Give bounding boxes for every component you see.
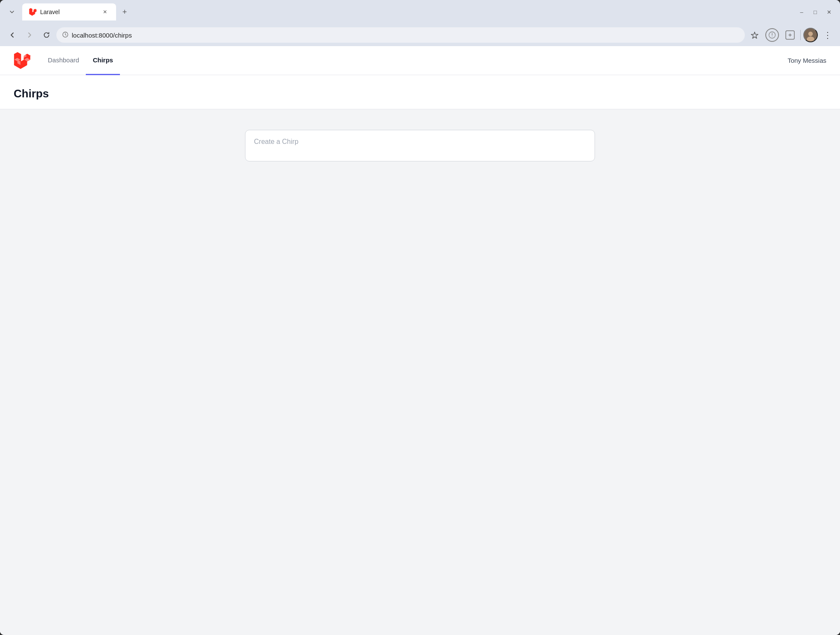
bookmark-button[interactable] bbox=[747, 28, 762, 42]
profile-avatar-button[interactable] bbox=[803, 28, 818, 42]
address-bar[interactable]: localhost:8000/chirps bbox=[56, 27, 745, 43]
user-menu[interactable]: Tony Messias bbox=[788, 57, 826, 64]
svg-point-6 bbox=[807, 37, 814, 42]
page-header: Chirps bbox=[0, 75, 840, 109]
window-controls-left bbox=[5, 5, 19, 19]
maximize-button[interactable]: □ bbox=[809, 6, 821, 18]
page-content: Dashboard Chirps Tony Messias Chirps bbox=[0, 46, 840, 635]
app-navbar: Dashboard Chirps Tony Messias bbox=[0, 46, 840, 75]
toolbar-divider bbox=[800, 30, 801, 40]
user-name: Tony Messias bbox=[788, 57, 826, 64]
address-bar-row: localhost:8000/chirps bbox=[0, 24, 840, 46]
svg-point-2 bbox=[772, 36, 773, 37]
tab-favicon-icon bbox=[29, 8, 37, 16]
url-text: localhost:8000/chirps bbox=[72, 32, 739, 39]
extension-button-1[interactable] bbox=[764, 27, 780, 43]
secure-icon bbox=[62, 32, 68, 39]
forward-button[interactable] bbox=[22, 28, 37, 42]
browser-menu-button[interactable]: ⋮ bbox=[820, 28, 835, 42]
svg-point-5 bbox=[808, 32, 813, 36]
nav-link-dashboard[interactable]: Dashboard bbox=[41, 46, 86, 75]
extension-button-2[interactable] bbox=[782, 27, 798, 43]
active-tab[interactable]: Laravel ✕ bbox=[22, 3, 116, 20]
title-bar: Laravel ✕ + – □ ✕ bbox=[0, 0, 840, 24]
create-chirp-input[interactable] bbox=[245, 130, 595, 161]
new-tab-button[interactable]: + bbox=[118, 5, 131, 19]
reload-button[interactable] bbox=[39, 28, 54, 42]
nav-links: Dashboard Chirps bbox=[41, 46, 120, 75]
window-controls-right: – □ ✕ bbox=[796, 6, 835, 18]
tab-bar: Laravel ✕ + bbox=[22, 0, 792, 24]
content-container bbox=[245, 130, 595, 163]
tab-title: Laravel bbox=[40, 9, 97, 15]
main-content bbox=[0, 109, 840, 635]
minimize-button[interactable]: – bbox=[796, 6, 808, 18]
tab-dropdown-button[interactable] bbox=[5, 5, 19, 19]
back-button[interactable] bbox=[5, 28, 20, 42]
close-button[interactable]: ✕ bbox=[823, 6, 835, 18]
page-title: Chirps bbox=[14, 87, 826, 100]
address-bar-actions: ⋮ bbox=[747, 27, 835, 43]
extension-icon-1 bbox=[765, 28, 779, 42]
nav-link-chirps[interactable]: Chirps bbox=[86, 46, 120, 75]
browser-window: Laravel ✕ + – □ ✕ bbox=[0, 0, 840, 635]
app-logo-icon bbox=[14, 52, 31, 69]
tab-close-button[interactable]: ✕ bbox=[101, 8, 109, 16]
